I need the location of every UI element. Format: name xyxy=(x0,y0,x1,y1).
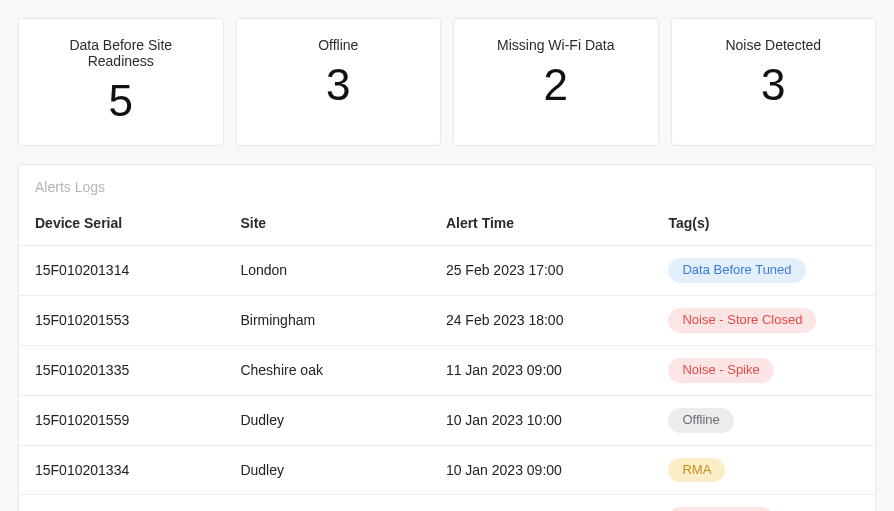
cell-tags: Data Before Tuned xyxy=(652,246,875,296)
stat-cards: Data Before Site Readiness 5 Offline 3 M… xyxy=(18,18,876,146)
stat-card-label: Offline xyxy=(253,37,425,53)
panel-title: Alerts Logs xyxy=(19,165,875,205)
stat-card-label: Missing Wi-Fi Data xyxy=(470,37,642,53)
cell-site: Manchester xyxy=(224,495,429,511)
stat-card-noise-detected[interactable]: Noise Detected 3 xyxy=(671,18,877,146)
cell-serial: 15F010201335 xyxy=(19,345,224,395)
tag-badge[interactable]: Noise - Store Closed xyxy=(668,308,816,333)
table-row[interactable]: 15F010201335Cheshire oak11 Jan 2023 09:0… xyxy=(19,345,875,395)
stat-card-offline[interactable]: Offline 3 xyxy=(236,18,442,146)
cell-serial: 15F010201553 xyxy=(19,295,224,345)
cell-time: 10 Jan 2023 09:00 xyxy=(430,445,653,495)
stat-card-label: Data Before Site Readiness xyxy=(35,37,207,69)
cell-time: 11 Jan 2023 09:00 xyxy=(430,345,653,395)
table-row[interactable]: 15F010201553Birmingham24 Feb 2023 18:00N… xyxy=(19,295,875,345)
cell-time: 10 Jan 2023 10:00 xyxy=(430,395,653,445)
table-header-row: Device Serial Site Alert Time Tag(s) xyxy=(19,205,875,246)
stat-card-missing-wifi-data[interactable]: Missing Wi-Fi Data 2 xyxy=(453,18,659,146)
cell-tags: Missing Wi-Fi xyxy=(652,495,875,511)
alerts-logs-table: Device Serial Site Alert Time Tag(s) 15F… xyxy=(19,205,875,511)
cell-serial: 15F010201334 xyxy=(19,445,224,495)
cell-time: 24 Feb 2023 18:00 xyxy=(430,295,653,345)
stat-card-value: 3 xyxy=(253,63,425,107)
column-header-time[interactable]: Alert Time xyxy=(430,205,653,246)
cell-tags: RMA xyxy=(652,445,875,495)
tag-badge[interactable]: Noise - Spike xyxy=(668,358,773,383)
stat-card-value: 3 xyxy=(688,63,860,107)
stat-card-value: 2 xyxy=(470,63,642,107)
cell-time: 25 Feb 2023 17:00 xyxy=(430,246,653,296)
cell-serial: 15F010201314 xyxy=(19,246,224,296)
cell-tags: Noise - Store Closed xyxy=(652,295,875,345)
table-row[interactable]: 15F010201334Dudley10 Jan 2023 09:00RMA xyxy=(19,445,875,495)
cell-serial: 15F010201111 xyxy=(19,495,224,511)
stat-card-value: 5 xyxy=(35,79,207,123)
column-header-site[interactable]: Site xyxy=(224,205,429,246)
tag-badge[interactable]: RMA xyxy=(668,458,725,483)
tag-badge[interactable]: Data Before Tuned xyxy=(668,258,805,283)
tag-badge[interactable]: Missing Wi-Fi xyxy=(668,507,774,511)
cell-site: Birmingham xyxy=(224,295,429,345)
cell-time: 09 Jan 2023 11:00 xyxy=(430,495,653,511)
column-header-serial[interactable]: Device Serial xyxy=(19,205,224,246)
cell-tags: Noise - Spike xyxy=(652,345,875,395)
cell-site: London xyxy=(224,246,429,296)
cell-site: Dudley xyxy=(224,395,429,445)
table-row[interactable]: 15F010201111Manchester09 Jan 2023 11:00M… xyxy=(19,495,875,511)
alerts-logs-panel: Alerts Logs Device Serial Site Alert Tim… xyxy=(18,164,876,511)
stat-card-label: Noise Detected xyxy=(688,37,860,53)
cell-site: Dudley xyxy=(224,445,429,495)
column-header-tags[interactable]: Tag(s) xyxy=(652,205,875,246)
table-row[interactable]: 15F010201559Dudley10 Jan 2023 10:00Offli… xyxy=(19,395,875,445)
table-row[interactable]: 15F010201314London25 Feb 2023 17:00Data … xyxy=(19,246,875,296)
cell-site: Cheshire oak xyxy=(224,345,429,395)
stat-card-data-before-site-readiness[interactable]: Data Before Site Readiness 5 xyxy=(18,18,224,146)
cell-serial: 15F010201559 xyxy=(19,395,224,445)
tag-badge[interactable]: Offline xyxy=(668,408,733,433)
cell-tags: Offline xyxy=(652,395,875,445)
